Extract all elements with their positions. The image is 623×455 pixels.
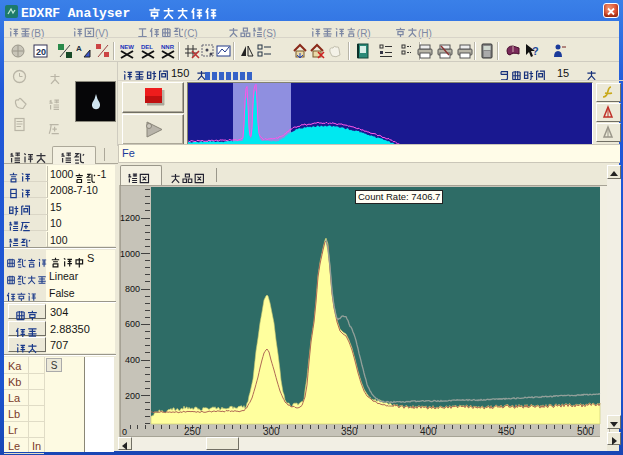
svg-text:800: 800 xyxy=(125,284,140,294)
svg-text:300: 300 xyxy=(263,426,280,437)
svg-text:1000: 1000 xyxy=(120,249,140,259)
svg-text:200: 200 xyxy=(125,391,140,401)
svg-text:400: 400 xyxy=(125,355,140,365)
svg-text:20: 20 xyxy=(36,47,46,57)
svg-text:250: 250 xyxy=(184,426,201,437)
svg-text:NEW: NEW xyxy=(120,44,134,50)
svg-text:350: 350 xyxy=(341,426,358,437)
svg-text:A: A xyxy=(76,44,82,53)
svg-text:NNR: NNR xyxy=(161,44,175,50)
svg-text:1200: 1200 xyxy=(120,213,140,223)
svg-text:600: 600 xyxy=(125,319,140,329)
svg-text:500: 500 xyxy=(577,426,594,437)
svg-text:?: ? xyxy=(532,45,539,57)
svg-text:450: 450 xyxy=(498,426,515,437)
svg-text:DEL: DEL xyxy=(141,44,153,50)
svg-text:400: 400 xyxy=(420,426,437,437)
svg-text:0: 0 xyxy=(122,427,127,437)
